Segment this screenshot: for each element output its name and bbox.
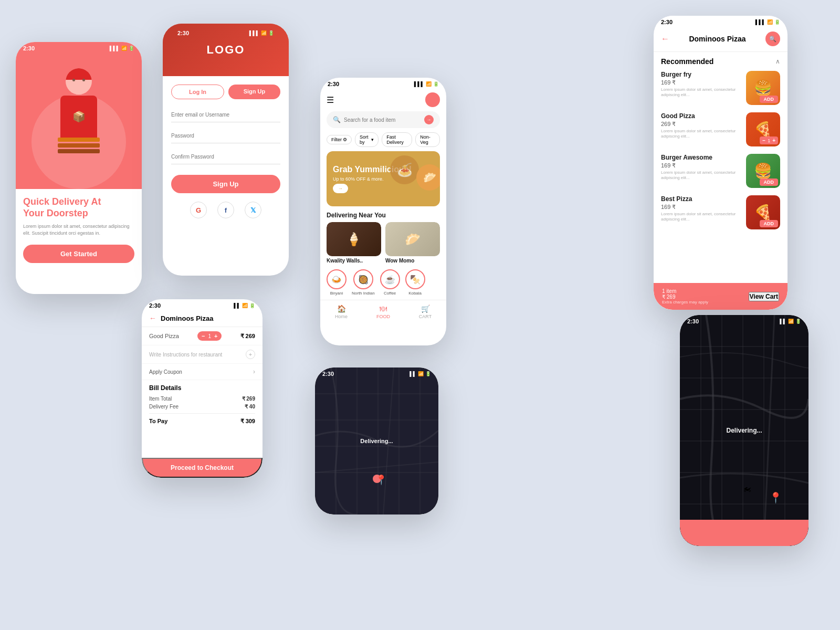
battery-icon: 🔋 [129,46,134,51]
menu-item-best-pizza: Best Pizza 169 ₹ Lorem ipsum dolor sit a… [661,195,780,229]
user-avatar[interactable] [425,92,440,107]
tab-login[interactable]: Log In [171,85,224,99]
cart-item-count: 1 item [662,288,708,294]
non-veg-chip[interactable]: Non- Veg [415,132,440,147]
map-screen-small: 2:30 ▌▌ 📶 🔋 Delivering... 📍 [315,368,438,514]
coupon-chevron-icon[interactable]: › [253,368,255,375]
email-input[interactable] [171,108,280,122]
search-bar[interactable]: 🔍 → [327,111,440,128]
facebook-login-button[interactable]: f [217,202,234,218]
cart-item-name: Good Pizza [149,333,179,339]
delivery-fee-value: ₹ 40 [245,404,255,410]
hamburger-menu-icon[interactable]: ☰ [327,95,334,105]
category-kobala[interactable]: 🍢 Kobala [405,269,425,296]
google-login-button[interactable]: G [190,202,207,218]
bottom-navigation: 🏠 Home 🍽 FOOD 🛒 CART [320,300,446,321]
wifi-icon: 📶 [767,19,773,25]
kwality-name: Kwality Walls.. [327,256,381,265]
view-cart-bar: 1 item ₹ 269 Extra charges may apply Vie… [654,283,788,310]
twitter-login-button[interactable]: 𝕏 [245,202,261,218]
decrease-qty-button[interactable]: − [762,138,765,143]
category-coffee[interactable]: ☕ Coffee [380,269,400,296]
wifi-icon: 📶 [242,303,248,308]
search-submit-icon[interactable]: → [424,115,434,124]
recommended-chevron-icon[interactable]: ∧ [775,58,780,65]
phone-restaurant: 2:30 ▌▌▌ 📶 🔋 ← Dominoos Pizaa 🔍 Recommen… [654,16,788,310]
destination-pin-icon: 📍 [769,491,782,504]
delivery-fee-label: Delivery Fee [149,404,178,410]
map-large-delivering-text: Delivering... [726,427,762,434]
item-image: 🍔 ADD [746,154,780,188]
promo-food-illustration: 🍝 🥟 [382,151,440,206]
north-indian-icon: 🥘 [353,269,373,289]
filter-row: Filter⚙ Sort by▾ Fast Delivery Non- Veg [320,132,446,151]
north-indian-label: North Indian [352,291,375,296]
fast-delivery-chip[interactable]: Fast Delivery [382,132,412,147]
category-biryani[interactable]: 🍛 Biryani [327,269,346,296]
category-north-indian[interactable]: 🥘 North Indian [352,269,375,296]
momo-image: 🥟 [385,222,440,256]
signup-button[interactable]: Sign Up [171,175,280,193]
cart-restaurant-name: Dominoos Pizaa [161,314,213,322]
battery-icon: 🔋 [425,371,431,376]
search-input[interactable] [344,117,421,123]
restaurant-search-button[interactable]: 🔍 [765,32,780,46]
promo-cta-button[interactable]: → [333,184,348,193]
view-cart-button[interactable]: View Cart [749,292,779,301]
item-price: 169 ₹ [661,162,741,169]
to-pay-row: To Pay ₹ 309 [149,416,255,426]
add-burger-awesome-button[interactable]: ADD [760,178,779,186]
add-best-pizza-button[interactable]: ADD [760,220,779,227]
increase-qty-button[interactable]: + [772,138,775,143]
menu-item-burger-fry: Burger fry 169 ₹ Lorem ipsum dolor sit a… [661,71,780,105]
restaurant-header: ← Dominoos Pizaa 🔍 [654,26,788,52]
battery-icon: 🔋 [268,30,274,36]
biryani-icon: 🍛 [327,269,346,289]
item-image: 🍔 ADD [746,71,780,105]
password-input[interactable] [171,129,280,143]
coupon-row[interactable]: Apply Coupon › [142,364,262,380]
status-bar-1: 2:30 ▌▌▌ 📶 🔋 [16,42,142,52]
nearby-card-momo[interactable]: 🥟 Wow Momo [385,222,440,265]
proceed-checkout-button[interactable]: Proceed to Checkout [142,458,262,478]
confirm-password-input[interactable] [171,150,280,164]
nearby-card-kwality[interactable]: 🍦 Kwality Walls.. [327,222,381,265]
qty-value: 1 [768,138,770,143]
search-icon: 🔍 [333,116,341,123]
coupon-label: Apply Coupon [149,369,182,375]
nav-cart[interactable]: 🛒 CART [404,304,446,319]
add-instructions-button[interactable]: + [246,350,255,359]
item-desc: Lorem ipsum dolor sit amet, consectetur … [661,87,741,98]
home-icon: 🏠 [337,304,346,313]
recommended-section: Recommended ∧ Burger fry 169 ₹ Lorem ips… [654,52,788,242]
status-bar-4: 2:30 ▌▌▌ 📶 🔋 [654,16,788,26]
nav-food[interactable]: 🍽 FOOD [362,304,404,319]
instructions-placeholder[interactable]: Write Instructions for restaurant [149,352,222,358]
splash-description: Lorem ipsum dolor sit amet, consectetur … [23,223,134,236]
splash-title: Quick Delivery At Your Doorstep [23,196,134,219]
food-icon: 🍽 [380,304,387,313]
tab-signup[interactable]: Sign Up [228,85,280,99]
get-started-button[interactable]: Get Started [23,245,134,263]
cart-decrease-button[interactable]: − [202,333,205,339]
phone-cart: 2:30 ▌▌ 📶 🔋 ← Dominoos Pizaa Good Pizza … [142,299,262,478]
phone-map-small: 2:30 ▌▌ 📶 🔋 Delivering... 📍 [315,368,438,514]
cart-back-button[interactable]: ← [149,314,156,322]
status-bar-5: 2:30 ▌▌ 📶 🔋 [142,299,262,310]
to-pay-label: To Pay [149,418,167,425]
sort-button[interactable]: Sort by▾ [355,132,379,147]
nav-home[interactable]: 🏠 Home [320,304,362,319]
kobala-icon: 🍢 [405,269,425,289]
add-burger-fry-button[interactable]: ADD [760,96,779,103]
wifi-icon: 📶 [418,371,424,376]
cart-increase-button[interactable]: + [214,333,217,339]
filter-button[interactable]: Filter⚙ [327,135,352,144]
phone-food-home: 2:30 ▌▌▌ 📶 🔋 ☰ 🔍 → Filter⚙ Sort by▾ Fast… [320,78,446,345]
item-price: 169 ₹ [661,79,741,86]
battery-icon: 🔋 [774,19,780,25]
back-button[interactable]: ← [661,34,669,44]
item-name: Best Pizza [661,195,741,203]
signal-icon: ▌▌▌ [755,19,765,25]
phone-map-large: 2:30 ▌▌ 📶 🔋 Delivering... 🏍 📍 [680,315,808,546]
kobala-label: Kobala [408,291,422,296]
